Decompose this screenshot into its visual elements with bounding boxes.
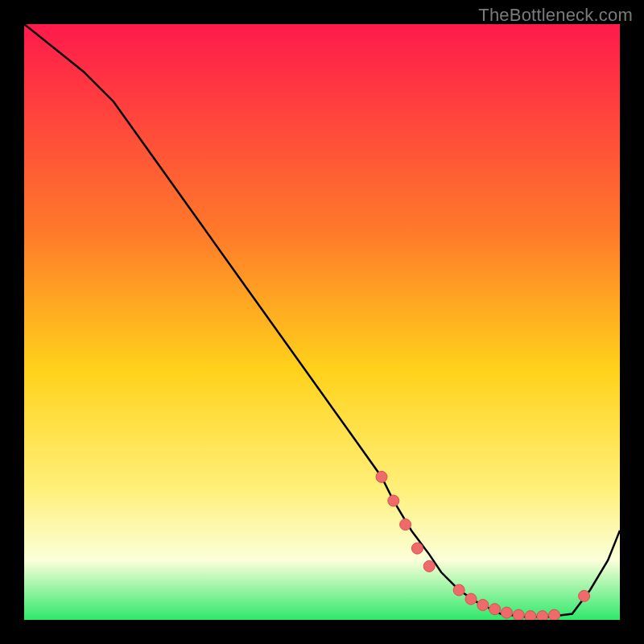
marker-point: [411, 543, 423, 554]
marker-point: [388, 495, 399, 506]
marker-point: [453, 584, 464, 596]
plot-svg: [24, 24, 620, 620]
marker-point: [465, 593, 477, 605]
plot-area: [24, 24, 620, 620]
marker-point: [501, 607, 512, 618]
marker-point: [525, 611, 536, 620]
marker-point: [579, 590, 590, 601]
chart-frame: TheBottleneck.com: [0, 0, 644, 644]
gradient-background: [24, 24, 620, 620]
marker-point: [513, 609, 524, 620]
marker-point: [549, 609, 560, 620]
marker-point: [537, 611, 548, 620]
marker-point: [423, 560, 435, 572]
marker-point: [376, 471, 387, 482]
marker-point: [477, 600, 489, 611]
marker-point: [489, 604, 501, 615]
marker-point: [400, 519, 411, 530]
watermark-label: TheBottleneck.com: [478, 5, 633, 26]
